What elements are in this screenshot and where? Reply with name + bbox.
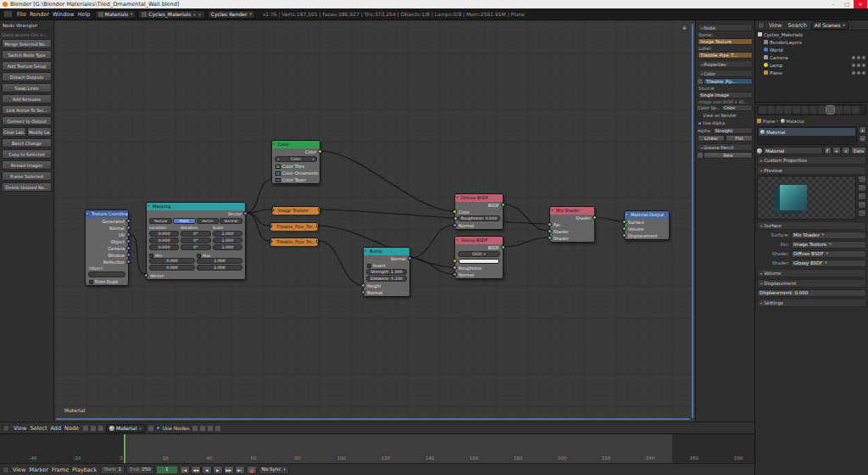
node-glossy-bsdf[interactable]: Glossy BSDF BSDF GGX ▾ Roughness Normal [454,236,504,279]
output-socket[interactable] [501,245,505,249]
output-socket[interactable] [126,226,131,230]
surface-row-value[interactable]: Glossy BSDF▾ [791,260,866,267]
transport-button[interactable]: ◀◀ [191,466,201,474]
node-link[interactable] [504,204,549,231]
node-link[interactable] [410,258,454,274]
output-normal[interactable]: Normal [86,225,128,232]
node-panel-header[interactable]: Node [698,24,753,31]
input-shader[interactable]: Shader [550,235,594,242]
node-diffuse-bsdf[interactable]: Diffuse BSDF BSDF Color Roughness: 0.000… [454,193,504,230]
location-y-field[interactable]: 0.000 [149,238,179,243]
node-header[interactable]: Image Texture [272,207,320,215]
outliner-item-world[interactable]: World [755,46,868,53]
menu-node[interactable]: Node [63,425,81,432]
toolshelf-button[interactable]: Detach Outputs [2,72,52,81]
output-socket[interactable] [316,224,318,228]
output-bsdf[interactable]: BSDF [455,202,503,209]
output-socket[interactable] [316,239,318,243]
surface-row-value[interactable]: Mix Shader▾ [791,232,866,239]
input-socket[interactable] [453,210,457,214]
color-swatch[interactable] [275,171,281,176]
node-link[interactable] [320,151,454,211]
transport-button[interactable]: ▶▶ [224,466,234,474]
restrict-select-icon[interactable] [857,71,860,75]
toolshelf-button[interactable]: Clear Lab... [2,127,26,137]
from-dupli-row[interactable]: From Dupli [86,278,128,285]
view-as-render-checkbox[interactable] [698,114,702,118]
max-checkbox[interactable] [197,254,201,258]
material-slot-list[interactable]: Material [757,126,857,145]
tab-modifiers[interactable] [810,106,817,114]
unlink-icon[interactable]: × [138,426,142,431]
grease-pencil-panel-header[interactable]: Grease Pencil [698,143,753,151]
scene-new-icon[interactable]: + [192,12,196,17]
input-socket[interactable] [270,224,272,228]
input-socket[interactable] [622,220,626,224]
pin-icon[interactable] [148,426,153,431]
toolshelf-button[interactable]: Copy to Selected [2,149,52,159]
node-header[interactable]: Bump [364,248,409,255]
output-socket[interactable] [126,239,131,243]
grease-pencil-new-button[interactable]: New [704,152,753,159]
output-shader[interactable]: Shader [550,215,594,221]
displacement-panel-header[interactable]: ▾Displacement [757,279,866,288]
preview-monkey-button[interactable] [858,201,866,209]
scene-selector[interactable]: Cycles_Materials + × [138,10,204,19]
restrict-select-icon[interactable] [857,64,860,67]
input-color[interactable]: Color [455,209,503,215]
outliner-item-lamp[interactable]: Lamp [755,61,868,69]
input-color[interactable] [455,258,503,265]
input-socket[interactable] [453,272,457,277]
type-texture-button[interactable]: Texture [149,218,172,224]
restrict-render-icon[interactable] [862,64,865,67]
location-x-field[interactable]: 0.000 [149,231,179,237]
properties-panel-header[interactable]: Properties [698,60,753,68]
restrict-view-icon[interactable] [852,71,855,75]
menu-view[interactable]: View [767,22,783,29]
start-frame-field[interactable]: Start: 1 [100,466,125,474]
material-datablock-selector[interactable]: Material × [106,424,146,433]
transport-button[interactable]: |◀ [180,466,190,474]
sync-mode-dropdown[interactable]: No Sync ▾ [259,466,289,474]
input-socket[interactable] [453,259,457,263]
current-frame-marker[interactable] [124,434,125,463]
invert-row[interactable]: Invert [364,262,409,269]
swatch-row[interactable]: Color Taper [272,176,320,183]
tab-constraints[interactable] [801,106,809,114]
surface-row-value[interactable]: Image Texture▾ [791,241,866,249]
timeline-ruler[interactable]: -40-200204060801001201401601802002202402… [0,433,754,463]
end-frame-field[interactable]: End: 250 [126,466,154,474]
tab-world[interactable] [784,106,792,114]
toolshelf-button[interactable]: Connect to Output [2,116,52,126]
node-label-field[interactable]: Tileable_Pipe_T... [698,52,753,59]
tab-render[interactable] [759,106,766,114]
color-panel-header[interactable]: Color [698,70,753,77]
source-dropdown[interactable]: Single Image [698,92,753,98]
outliner-item-renderlayers[interactable]: RenderLayers [755,38,868,46]
node-link[interactable] [246,213,270,241]
node-mix-shader[interactable]: Mix Shader Shader FacShaderShader [549,206,595,243]
transport-button[interactable]: ◀ [202,466,212,474]
close-button[interactable]: × [854,0,867,8]
input-socket[interactable] [272,208,274,212]
min-checkbox[interactable] [149,254,153,258]
menu-frame[interactable]: Frame [50,467,70,473]
displacement-field[interactable]: Displacement: 0.000 [757,289,866,297]
input-displacement[interactable]: Displacement [625,232,669,239]
color-swatch[interactable] [275,178,281,182]
distribution-dropdown[interactable]: GGX ▾ [458,251,500,257]
transport-button[interactable]: ▶ [213,466,223,474]
type-point-button[interactable]: Point [173,218,196,224]
volume-panel-header[interactable]: ▸Volume [757,269,866,277]
tab-physics[interactable] [852,106,860,114]
shader-type-object-icon[interactable] [83,426,88,431]
output-socket[interactable] [408,256,412,260]
region-expand-icon[interactable]: + [681,24,688,31]
preview-sphere-button[interactable] [858,184,866,192]
menu-search[interactable]: Search [786,22,808,29]
preview-flat-button[interactable] [858,176,866,183]
menu-render[interactable]: Render [28,11,51,18]
color-preset-selector[interactable]: ◂ Color ▸ [275,156,317,162]
restrict-select-icon[interactable] [857,56,860,59]
toolshelf-button[interactable]: Swap Links [2,83,52,92]
